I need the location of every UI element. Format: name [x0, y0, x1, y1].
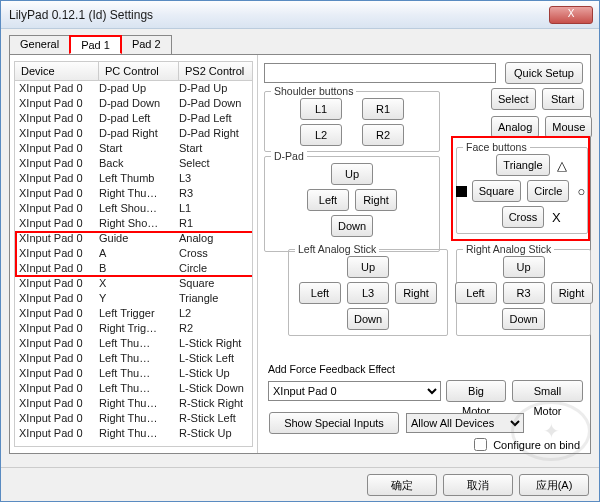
table-row[interactable]: XInput Pad 0Right Thu…R3: [15, 186, 252, 201]
tab-bar: General Pad 1 Pad 2: [9, 35, 591, 54]
analog-button[interactable]: Analog: [491, 116, 539, 138]
rstick-right-button[interactable]: Right: [551, 282, 593, 304]
quick-setup-button[interactable]: Quick Setup: [505, 62, 583, 84]
cross-button[interactable]: Cross: [502, 206, 545, 228]
bindings-list[interactable]: XInput Pad 0D-pad UpD-Pad UpXInput Pad 0…: [14, 81, 253, 447]
configure-label: Configure on bind: [493, 439, 580, 451]
l2-button[interactable]: L2: [300, 124, 342, 146]
table-row[interactable]: XInput Pad 0D-pad UpD-Pad Up: [15, 81, 252, 96]
square-icon: [456, 186, 467, 197]
table-row[interactable]: XInput Pad 0BackSelect: [15, 156, 252, 171]
rstick-group: Right Analog Stick Up Left R3 Right Down: [456, 249, 591, 336]
apply-button[interactable]: 应用(A): [519, 474, 589, 496]
table-row[interactable]: XInput Pad 0Right Trig…R2: [15, 321, 252, 336]
bindings-panel: Device PC Control PS2 Control XInput Pad…: [10, 55, 258, 453]
r1-button[interactable]: R1: [362, 98, 404, 120]
table-row[interactable]: XInput Pad 0Right Thu…R-Stick Right: [15, 396, 252, 411]
cancel-button[interactable]: 取消: [443, 474, 513, 496]
square-button[interactable]: Square: [472, 180, 521, 202]
settings-window: LilyPad 0.12.1 (Id) Settings X General P…: [0, 0, 600, 502]
table-row[interactable]: XInput Pad 0Left ThumbL3: [15, 171, 252, 186]
dialog-footer: 确定 取消 应用(A): [1, 467, 599, 501]
rstick-left-button[interactable]: Left: [455, 282, 497, 304]
table-row[interactable]: XInput Pad 0D-pad DownD-Pad Down: [15, 96, 252, 111]
window-title: LilyPad 0.12.1 (Id) Settings: [9, 8, 549, 22]
allow-devices-select[interactable]: Allow All Devices: [406, 413, 524, 433]
r2-button[interactable]: R2: [362, 124, 404, 146]
lstick-label: Left Analog Stick: [295, 243, 379, 255]
table-row[interactable]: XInput Pad 0XSquare: [15, 276, 252, 291]
col-pc[interactable]: PC Control: [99, 62, 179, 80]
table-row[interactable]: XInput Pad 0Left Shou…L1: [15, 201, 252, 216]
tab-pad1[interactable]: Pad 1: [69, 35, 122, 54]
r3-button[interactable]: R3: [503, 282, 545, 304]
dpad-down-button[interactable]: Down: [331, 215, 373, 237]
table-header: Device PC Control PS2 Control: [14, 61, 253, 81]
shoulder-label: Shoulder buttons: [271, 85, 356, 97]
cross-icon: X: [549, 210, 563, 225]
binding-input[interactable]: [264, 63, 496, 83]
table-row[interactable]: XInput Pad 0Left Thu…L-Stick Down: [15, 381, 252, 396]
table-row[interactable]: XInput Pad 0Left Thu…L-Stick Up: [15, 366, 252, 381]
configure-checkbox[interactable]: [474, 438, 487, 451]
lstick-down-button[interactable]: Down: [347, 308, 389, 330]
ff-label: Add Force Feedback Effect: [268, 363, 584, 375]
table-row[interactable]: XInput Pad 0ACross: [15, 246, 252, 261]
rstick-down-button[interactable]: Down: [502, 308, 544, 330]
table-row[interactable]: XInput Pad 0GuideAnalog: [15, 231, 252, 246]
tab-general[interactable]: General: [9, 35, 70, 54]
table-row[interactable]: XInput Pad 0StartStart: [15, 141, 252, 156]
shoulder-group: Shoulder buttons L1 R1 L2 R2: [264, 91, 440, 152]
start-button[interactable]: Start: [542, 88, 584, 110]
table-row[interactable]: XInput Pad 0Left TriggerL2: [15, 306, 252, 321]
mouse-button[interactable]: Mouse: [545, 116, 592, 138]
lstick-up-button[interactable]: Up: [347, 256, 389, 278]
lstick-right-button[interactable]: Right: [395, 282, 437, 304]
table-row[interactable]: XInput Pad 0D-pad LeftD-Pad Left: [15, 111, 252, 126]
face-label: Face buttons: [463, 141, 530, 153]
lstick-left-button[interactable]: Left: [299, 282, 341, 304]
dpad-group: D-Pad Up Left Right Down: [264, 156, 440, 252]
circle-button[interactable]: Circle: [527, 180, 569, 202]
ff-section: Add Force Feedback Effect XInput Pad 0 B…: [268, 363, 584, 403]
rstick-label: Right Analog Stick: [463, 243, 554, 255]
dpad-up-button[interactable]: Up: [331, 163, 373, 185]
ff-device-select[interactable]: XInput Pad 0: [268, 381, 441, 401]
table-row[interactable]: XInput Pad 0Left Thu…L-Stick Left: [15, 351, 252, 366]
dpad-right-button[interactable]: Right: [355, 189, 397, 211]
rstick-up-button[interactable]: Up: [503, 256, 545, 278]
big-motor-button[interactable]: Big Motor: [446, 380, 506, 402]
controls-panel: Quick Setup Shoulder buttons L1 R1 L2 R2: [258, 55, 590, 453]
face-group: Face buttons Triangle △ Square Circle ○: [456, 147, 588, 234]
configure-on-bind[interactable]: Configure on bind: [470, 435, 580, 454]
dpad-label: D-Pad: [271, 150, 307, 162]
ok-button[interactable]: 确定: [367, 474, 437, 496]
lstick-group: Left Analog Stick Up Left L3 Right Down: [288, 249, 448, 336]
col-ps2[interactable]: PS2 Control: [179, 62, 252, 80]
triangle-button[interactable]: Triangle: [496, 154, 549, 176]
misc-buttons: Select Start Analog Mouse: [490, 87, 593, 139]
table-row[interactable]: XInput Pad 0Left Thu…L-Stick Right: [15, 336, 252, 351]
table-row[interactable]: XInput Pad 0BCircle: [15, 261, 252, 276]
l1-button[interactable]: L1: [300, 98, 342, 120]
dpad-left-button[interactable]: Left: [307, 189, 349, 211]
table-row[interactable]: XInput Pad 0Right Sho…R1: [15, 216, 252, 231]
table-row[interactable]: XInput Pad 0D-pad RightD-Pad Right: [15, 126, 252, 141]
titlebar: LilyPad 0.12.1 (Id) Settings X: [1, 1, 599, 29]
col-device[interactable]: Device: [15, 62, 99, 80]
tab-body: Device PC Control PS2 Control XInput Pad…: [9, 54, 591, 454]
tab-pad2[interactable]: Pad 2: [121, 35, 172, 54]
select-button[interactable]: Select: [491, 88, 536, 110]
close-button[interactable]: X: [549, 6, 593, 24]
special-inputs-button[interactable]: Show Special Inputs: [269, 412, 399, 434]
table-row[interactable]: XInput Pad 0YTriangle: [15, 291, 252, 306]
triangle-icon: △: [555, 158, 569, 173]
circle-icon: ○: [574, 184, 588, 199]
table-row[interactable]: XInput Pad 0Right Thu…R-Stick Left: [15, 411, 252, 426]
small-motor-button[interactable]: Small Motor: [512, 380, 583, 402]
l3-button[interactable]: L3: [347, 282, 389, 304]
table-row[interactable]: XInput Pad 0Right Thu…R-Stick Up: [15, 426, 252, 441]
